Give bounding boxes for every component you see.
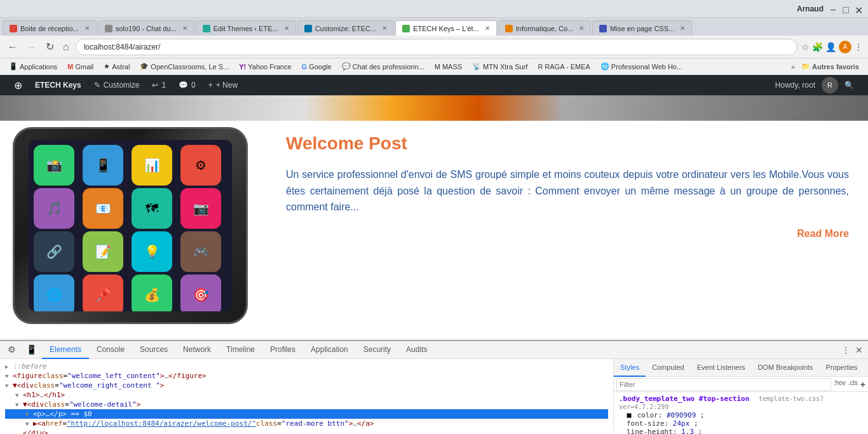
wp-site-item[interactable]: ETECH Keys — [29, 75, 88, 95]
dt-tab-network[interactable]: Network — [175, 341, 219, 359]
bookmark-yahoo-france[interactable]: Y! Yahoo France — [235, 62, 295, 72]
triangle-icon[interactable] — [15, 402, 23, 408]
tab-mise-en-page[interactable]: Mise en page CSS... ✕ — [592, 20, 692, 36]
dt-tab-application[interactable]: Application — [303, 341, 356, 359]
devtools-close-icon[interactable]: ✕ — [855, 345, 863, 355]
triangle-icon[interactable] — [25, 411, 33, 417]
tab-close-icon[interactable]: ✕ — [85, 25, 90, 32]
html-line-p-selected[interactable]: <p>…</p> == $0 — [5, 409, 608, 419]
tab-favicon — [304, 25, 312, 32]
wp-revisions-item[interactable]: ↩ 1 — [146, 75, 172, 95]
styles-tab-dom-breakpoints[interactable]: DOM Breakpoints — [752, 359, 820, 377]
avatar-icon[interactable]: A — [839, 41, 851, 53]
bookmark-professional-web[interactable]: 🌐 Professional Web Ho... — [597, 61, 686, 72]
read-more-link[interactable]: Read More — [286, 228, 849, 240]
html-line-div-detail[interactable]: ▼<div class = "welcome-detail" > — [5, 400, 608, 409]
reload-button[interactable]: ↻ — [43, 39, 57, 54]
extensions-icon[interactable]: 🧩 — [812, 42, 823, 52]
bookmarks-bar: 📱 Applications M Gmail ★ Astral 🎓 OpenCl… — [0, 58, 868, 75]
dt-tab-elements[interactable]: Elements — [42, 341, 89, 359]
styles-tab-styles[interactable]: Styles — [614, 359, 646, 377]
home-button[interactable]: ⌂ — [60, 40, 72, 54]
bookmarks-more-button[interactable]: » — [791, 63, 795, 71]
tab-close-icon[interactable]: ✕ — [680, 25, 685, 32]
tab-etech-keys[interactable]: ETECH Keys – L'ét... ✕ — [395, 20, 497, 36]
dt-tab-mobile[interactable]: 📱 — [21, 341, 42, 359]
styles-tab-computed[interactable]: Computed — [646, 359, 691, 377]
minimize-button[interactable]: − — [829, 4, 837, 13]
bookmark-mtn[interactable]: 📡 MTN Xtra Surf — [468, 61, 531, 72]
dt-tab-profiles[interactable]: Profiles — [262, 341, 303, 359]
wp-search-button[interactable]: 🔍 — [838, 75, 860, 95]
css-prop-font-size[interactable]: font-size: 24px ; — [627, 419, 863, 428]
wp-new-item[interactable]: + + New — [202, 75, 244, 95]
html-line-a-readmore[interactable]: ▶<a href = "http://localhost:8484/airaze… — [5, 419, 608, 428]
styles-tab-event-listeners[interactable]: Event Listeners — [691, 359, 752, 377]
dt-tab-settings[interactable]: ⚙ — [3, 341, 21, 359]
styles-tab-properties[interactable]: Properties — [819, 359, 864, 377]
filter-controls: :hov .cls + — [834, 379, 865, 390]
devtools-more-icon[interactable]: ⋮ — [841, 345, 850, 355]
tab-informatique[interactable]: Informatique, Co... ✕ — [498, 20, 592, 36]
tab-close-icon[interactable]: ✕ — [284, 25, 289, 32]
user-label: Arnaud — [797, 4, 824, 13]
bookmark-mass[interactable]: M MASS — [431, 62, 466, 72]
tab-close-icon[interactable]: ✕ — [485, 25, 490, 32]
bookmark-astral[interactable]: ★ Astral — [100, 61, 133, 72]
address-actions: ☆ 🧩 👤 A ⋮ — [801, 41, 863, 53]
tab-customize[interactable]: Customize: ETEC... ✕ — [297, 20, 395, 36]
filter-cls[interactable]: .cls — [848, 379, 858, 390]
triangle-icon[interactable] — [15, 392, 23, 398]
wp-customize-item[interactable]: ✎ Customize — [88, 75, 146, 95]
filter-add[interactable]: + — [860, 379, 865, 390]
back-button[interactable]: ← — [5, 40, 20, 54]
bookmark-openclassrooms[interactable]: 🎓 OpenClassrooms, Le S... — [136, 61, 233, 72]
html-line-close-div1[interactable]: </div> — [5, 428, 608, 434]
filter-hov[interactable]: :hov — [834, 379, 846, 390]
dt-tab-audits[interactable]: Audits — [398, 341, 435, 359]
triangle-icon[interactable] — [5, 383, 13, 389]
profile-icon[interactable]: 👤 — [825, 42, 836, 52]
tab-close-icon[interactable]: ✕ — [182, 25, 187, 32]
bookmarks-folder[interactable]: 📁 Autres favoris — [797, 61, 863, 72]
bookmark-applications[interactable]: 📱 Applications — [5, 61, 61, 72]
wp-logo-item[interactable]: ⊕ — [8, 75, 29, 95]
dt-tab-timeline[interactable]: Timeline — [219, 341, 262, 359]
address-input[interactable] — [76, 39, 797, 55]
bookmark-google[interactable]: G Google — [298, 62, 336, 72]
html-line-div-right[interactable]: ▼<div class = "welcome_right_content " > — [5, 381, 608, 390]
filter-input[interactable] — [616, 378, 831, 391]
color-swatch[interactable] — [627, 413, 632, 418]
bookmark-chat[interactable]: 💬 Chat des professionn... — [338, 61, 428, 72]
tab-solo[interactable]: solo190 - Chat du... ✕ — [98, 20, 194, 36]
dt-tab-sources[interactable]: Sources — [132, 341, 175, 359]
tab-edit-themes[interactable]: Edit Themes ‹ ETE... ✕ — [196, 20, 296, 36]
tab-close-icon[interactable]: ✕ — [579, 25, 584, 32]
bookmark-raga[interactable]: R RAGA - EMEA — [534, 62, 593, 72]
tab-close-icon[interactable]: ✕ — [382, 25, 387, 32]
bookmark-gmail[interactable]: M Gmail — [64, 62, 97, 72]
wp-logo-icon: ⊕ — [14, 79, 22, 92]
triangle-icon[interactable] — [5, 363, 13, 370]
html-line-figure[interactable]: <figure class = "welcome_left_content" >… — [5, 371, 608, 381]
triangle-icon[interactable] — [5, 373, 13, 379]
css-selector-line: .body_template_two #top-section template… — [619, 395, 863, 411]
wp-comments-item[interactable]: 💬 0 — [172, 75, 202, 95]
plus-icon: + — [208, 81, 213, 90]
close-button[interactable]: ✕ — [854, 4, 863, 13]
html-line-before[interactable]: ::before — [5, 362, 608, 371]
triangle-icon[interactable] — [25, 421, 33, 427]
bookmark-star-icon[interactable]: ☆ — [801, 42, 810, 52]
forward-button[interactable]: → — [24, 40, 39, 54]
html-line-h1[interactable]: <h1> … </h1> — [5, 390, 608, 400]
menu-icon[interactable]: ⋮ — [854, 42, 863, 52]
maximize-button[interactable]: □ — [841, 4, 850, 13]
dt-tab-security[interactable]: Security — [356, 341, 398, 359]
css-prop-color[interactable]: color: #090909 ; — [627, 411, 863, 419]
tab-gmail[interactable]: Boite de réceptio... ✕ — [3, 20, 97, 36]
customize-icon: ✎ — [94, 81, 100, 90]
dt-tab-console[interactable]: Console — [89, 341, 132, 359]
wp-avatar[interactable]: R — [822, 77, 838, 93]
search-icon: 🔍 — [844, 81, 854, 90]
css-prop-line-height[interactable]: line-height: 1.3 ; — [627, 428, 863, 434]
